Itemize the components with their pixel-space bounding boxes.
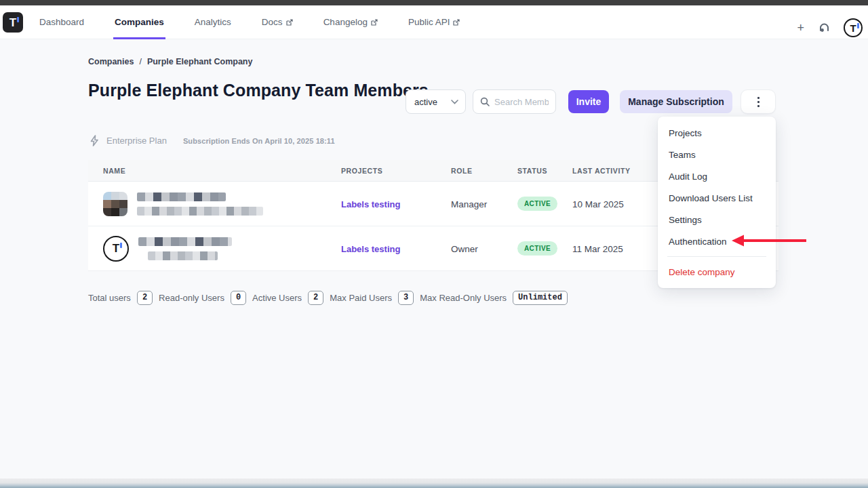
nav-item-companies[interactable]: Companies (113, 5, 165, 39)
external-link-icon (371, 19, 378, 26)
member-role: Owner (451, 244, 478, 254)
menu-item-settings[interactable]: Settings (658, 209, 776, 230)
stat-label: Max Paid Users (330, 293, 392, 303)
stat-label: Total users (88, 293, 131, 303)
stat-value: Unlimited (513, 291, 568, 305)
breadcrumb-separator: / (139, 57, 141, 66)
menu-item-download-users-list[interactable]: Download Users List (658, 187, 776, 209)
menu-item-audit-log[interactable]: Audit Log (658, 165, 776, 187)
stat-value: 2 (137, 291, 153, 305)
breadcrumb-current: Purple Elephant Company (147, 57, 253, 66)
search-icon (480, 97, 490, 106)
nav-item-docs[interactable]: Docs (260, 5, 294, 39)
nav-item-label: Public API (408, 17, 450, 27)
col-header-name: NAME (88, 167, 341, 175)
lightning-bolt-icon (90, 135, 100, 146)
menu-item-projects[interactable]: Projects (658, 122, 776, 144)
manage-subscription-button[interactable]: Manage Subscription (620, 90, 732, 113)
search-input[interactable] (494, 97, 549, 107)
top-navigation: T Dashboard Companies Analytics Docs Cha… (0, 5, 868, 39)
status-badge: ACTIVE (517, 197, 557, 211)
stat-value: 2 (308, 291, 323, 305)
stat-value: 0 (231, 291, 246, 305)
avatar-t-icon: T (113, 243, 119, 254)
nav-item-label: Companies (115, 17, 164, 27)
breadcrumb-companies[interactable]: Companies (88, 57, 134, 66)
nav-menu: Dashboard Companies Analytics Docs Chang… (38, 5, 489, 39)
kebab-dot (757, 105, 760, 107)
col-header-status: STATUS (517, 167, 572, 175)
nav-item-label: Dashboard (39, 17, 84, 27)
search-container (473, 89, 556, 114)
subscription-note: Subscription Ends On April 10, 2025 18:1… (183, 137, 335, 145)
nav-right-actions: + T (797, 11, 863, 45)
status-badge: ACTIVE (517, 241, 557, 256)
redacted-name (138, 237, 232, 260)
chevron-down-icon (451, 100, 458, 104)
stat-label: Max Read-Only Users (420, 293, 507, 303)
menu-divider (667, 256, 766, 257)
col-header-projects: PROJECTS (341, 167, 451, 175)
menu-item-teams[interactable]: Teams (658, 144, 776, 165)
nav-item-label: Changelog (323, 17, 368, 27)
stat-label: Active Users (252, 293, 302, 303)
stat-label: Read-only Users (159, 293, 224, 303)
app-logo[interactable]: T (3, 12, 23, 33)
redacted-name (137, 192, 263, 216)
nav-item-analytics[interactable]: Analytics (193, 5, 233, 39)
member-role: Manager (451, 199, 487, 209)
more-options-button[interactable] (741, 89, 776, 114)
menu-item-delete-company[interactable]: Delete company (658, 261, 776, 283)
last-activity: 11 Mar 2025 (572, 244, 623, 254)
menu-item-authentication[interactable]: Authentication (658, 230, 776, 252)
kebab-dot (757, 101, 760, 103)
kebab-dot (757, 97, 760, 99)
plan-row: Enterprise Plan Subscription Ends On Apr… (90, 135, 335, 146)
member-name-cell: T (88, 236, 341, 262)
nav-item-changelog[interactable]: Changelog (322, 5, 379, 39)
status-filter-select[interactable]: active (406, 89, 466, 114)
support-icon[interactable] (818, 22, 830, 34)
user-stats-row: Total users 2 Read-only Users 0 Active U… (88, 291, 568, 305)
plan-name: Enterprise Plan (106, 136, 167, 146)
project-link[interactable]: Labels testing (341, 244, 400, 254)
nav-item-public-api[interactable]: Public API (407, 5, 462, 39)
logo-t-icon: T (9, 17, 16, 28)
breadcrumb: Companies / Purple Elephant Company (88, 57, 252, 66)
company-options-menu: Projects Teams Audit Log Download Users … (658, 117, 776, 288)
member-name-cell (88, 192, 341, 216)
external-link-icon (453, 19, 460, 26)
project-link[interactable]: Labels testing (341, 199, 400, 209)
filter-value: active (414, 97, 437, 107)
external-link-icon (286, 19, 293, 26)
invite-button[interactable]: Invite (568, 90, 609, 113)
nav-item-label: Docs (262, 17, 283, 27)
user-avatar[interactable]: T (844, 18, 863, 37)
last-activity: 10 Mar 2025 (572, 199, 624, 209)
add-icon[interactable]: + (797, 22, 804, 34)
window-bottom-scrollbar[interactable] (0, 479, 868, 488)
member-avatar (103, 192, 127, 216)
col-header-role: ROLE (451, 167, 517, 175)
stat-value: 3 (398, 291, 414, 305)
nav-item-label: Analytics (195, 17, 231, 27)
nav-item-dashboard[interactable]: Dashboard (38, 5, 85, 39)
member-avatar: T (103, 236, 129, 262)
avatar-t-icon: T (850, 23, 856, 33)
page-title: Purple Elephant Company Team Members (88, 81, 448, 100)
